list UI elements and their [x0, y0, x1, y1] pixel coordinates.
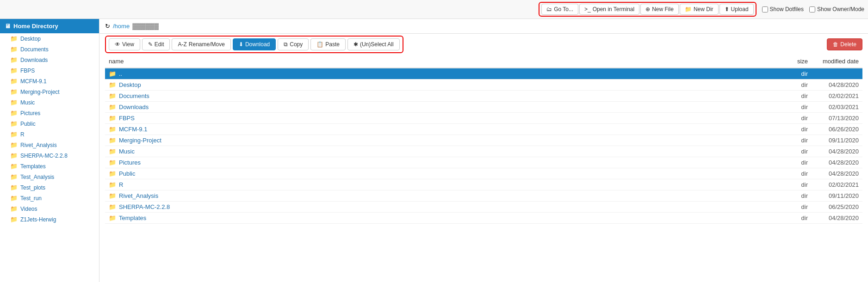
table-row[interactable]: 📁Templatesdir04/28/2020 [105, 213, 862, 224]
show-owner-mode-checkbox[interactable] [809, 6, 815, 12]
sidebar-item-test-plots[interactable]: 📁Test_plots [0, 182, 99, 193]
file-link[interactable]: Templates [119, 215, 146, 221]
table-row[interactable]: 📁Documentsdir02/02/2021 [105, 91, 862, 102]
sidebar-item-label: Z1Jets-Herwig [20, 216, 56, 223]
file-link[interactable]: Public [119, 170, 135, 177]
view-button[interactable]: 👁 View [109, 38, 140, 50]
file-link[interactable]: FBPS [119, 115, 135, 122]
table-row[interactable]: 📁FBPSdir07/13/2020 [105, 113, 862, 124]
sidebar-item-music[interactable]: 📁Music [0, 97, 99, 108]
sidebar-item-test-run[interactable]: 📁Test_run [0, 193, 99, 203]
table-row[interactable]: 📁Publicdir04/28/2020 [105, 168, 862, 179]
folder-icon: 📁 [10, 88, 18, 95]
sidebar-item-label: MCFM-9.1 [20, 78, 47, 85]
col-date: modified date [812, 55, 862, 68]
file-link[interactable]: SHERPA-MC-2.2.8 [119, 203, 170, 210]
sidebar-item-z1jets-herwig[interactable]: 📁Z1Jets-Herwig [0, 214, 99, 225]
sidebar-item-downloads[interactable]: 📁Downloads [0, 55, 99, 65]
table-row[interactable]: 📁Desktopdir04/28/2020 [105, 80, 862, 91]
table-row[interactable]: 📁Rdir02/02/2021 [105, 179, 862, 190]
sidebar-item-label: Rivet_Analysis [20, 142, 57, 148]
sidebar-item-fbps[interactable]: 📁FBPS [0, 65, 99, 76]
file-link[interactable]: MCFM-9.1 [119, 126, 147, 133]
content-panel: ↻ /home ▓▓▓▓▓▓ 👁 View ✎ Edit A-Z Rename/… [99, 19, 868, 282]
folder-icon: 📁 [109, 81, 116, 88]
sidebar-item-r[interactable]: 📁R [0, 129, 99, 140]
sidebar-item-videos[interactable]: 📁Videos [0, 203, 99, 214]
file-size-cell: dir [664, 68, 812, 80]
sidebar-item-pictures[interactable]: 📁Pictures [0, 108, 99, 118]
table-row[interactable]: 📁MCFM-9.1dir06/26/2020 [105, 124, 862, 135]
file-date-cell: 02/03/2021 [812, 102, 862, 113]
sidebar-header[interactable]: 🖥 Home Directory [0, 19, 99, 33]
goto-button[interactable]: 🗂 Go To... [541, 4, 578, 15]
show-dotfiles-label[interactable]: Show Dotfiles [762, 6, 804, 12]
upload-button[interactable]: ⬆ Upload [719, 4, 754, 15]
show-owner-mode-label[interactable]: Show Owner/Mode [809, 6, 864, 12]
table-row[interactable]: 📁..dir [105, 68, 862, 80]
sidebar-item-label: Pictures [20, 110, 40, 116]
folder-icon: 📁 [10, 78, 18, 85]
file-date-cell: 06/25/2020 [812, 202, 862, 213]
file-link[interactable]: Music [119, 148, 135, 155]
file-link[interactable]: Rivet_Analysis [119, 192, 158, 199]
sidebar-item-test-analysis[interactable]: 📁Test_Analysis [0, 172, 99, 182]
file-name-cell: 📁Pictures [105, 157, 664, 168]
rename-button[interactable]: A-Z Rename/Move [172, 38, 230, 50]
edit-icon: ✎ [148, 41, 153, 48]
unselect-button[interactable]: ✱ (Un)Select All [347, 38, 400, 50]
copy-button[interactable]: ⧉ Copy [278, 38, 309, 50]
sidebar-item-documents[interactable]: 📁Documents [0, 44, 99, 55]
folder-icon: 📁 [109, 92, 116, 99]
file-link[interactable]: Downloads [119, 104, 149, 110]
content-toolbar-row: 👁 View ✎ Edit A-Z Rename/Move ⬇ Download… [99, 34, 868, 55]
refresh-icon[interactable]: ↻ [105, 23, 110, 30]
file-size-cell: dir [664, 179, 812, 190]
terminal-button[interactable]: >_ Open in Terminal [579, 4, 639, 15]
col-name: name [105, 55, 664, 68]
table-row[interactable]: 📁Picturesdir04/28/2020 [105, 157, 862, 168]
path-link[interactable]: /home [113, 23, 130, 30]
table-row[interactable]: 📁Merging-Projectdir09/11/2020 [105, 135, 862, 146]
table-row[interactable]: 📁Musicdir04/28/2020 [105, 146, 862, 157]
folder-icon: 📁 [10, 99, 18, 106]
file-link[interactable]: R [119, 181, 123, 188]
table-row[interactable]: 📁SHERPA-MC-2.2.8dir06/25/2020 [105, 202, 862, 213]
download-button[interactable]: ⬇ Download [233, 38, 276, 50]
view-label: View [122, 41, 134, 48]
delete-icon: 🗑 [833, 41, 838, 48]
file-link[interactable]: Documents [119, 92, 149, 99]
file-date-cell: 09/11/2020 [812, 190, 862, 202]
edit-button[interactable]: ✎ Edit [142, 38, 170, 50]
file-link[interactable]: Merging-Project [119, 137, 161, 144]
show-owner-mode-text: Show Owner/Mode [817, 6, 864, 12]
paste-button[interactable]: 📋 Paste [310, 38, 346, 50]
copy-label: Copy [290, 41, 303, 48]
sidebar-item-merging-project[interactable]: 📁Merging-Project [0, 86, 99, 97]
file-date-cell: 04/28/2020 [812, 146, 862, 157]
sidebar-item-mcfm-9-1[interactable]: 📁MCFM-9.1 [0, 76, 99, 86]
file-size-cell: dir [664, 91, 812, 102]
table-row[interactable]: 📁Rivet_Analysisdir09/11/2020 [105, 190, 862, 202]
sidebar-item-rivet-analysis[interactable]: 📁Rivet_Analysis [0, 140, 99, 150]
folder-icon: 📁 [10, 184, 18, 191]
show-dotfiles-checkbox[interactable] [762, 6, 768, 12]
sidebar-item-sherpa-mc-2-2-8[interactable]: 📁SHERPA-MC-2.2.8 [0, 150, 99, 161]
file-link[interactable]: Desktop [119, 81, 141, 88]
file-date-cell: 02/02/2021 [812, 179, 862, 190]
action-toolbar: 👁 View ✎ Edit A-Z Rename/Move ⬇ Download… [105, 36, 403, 53]
table-row[interactable]: 📁Downloadsdir02/03/2021 [105, 102, 862, 113]
new-dir-icon: 📁 [685, 6, 692, 12]
sidebar-item-public[interactable]: 📁Public [0, 118, 99, 129]
sidebar-item-templates[interactable]: 📁Templates [0, 161, 99, 172]
file-link[interactable]: Pictures [119, 159, 141, 166]
file-size-cell: dir [664, 213, 812, 224]
display-options: Show Dotfiles Show Owner/Mode [762, 6, 864, 12]
new-dir-button[interactable]: 📁 New Dir [680, 4, 719, 15]
upload-icon: ⬆ [725, 6, 729, 12]
delete-button[interactable]: 🗑 Delete [827, 38, 862, 50]
new-file-button[interactable]: ⊕ New File [640, 4, 679, 15]
folder-icon: 📁 [10, 141, 18, 148]
sidebar-item-desktop[interactable]: 📁Desktop [0, 33, 99, 44]
file-date-cell: 06/26/2020 [812, 124, 862, 135]
